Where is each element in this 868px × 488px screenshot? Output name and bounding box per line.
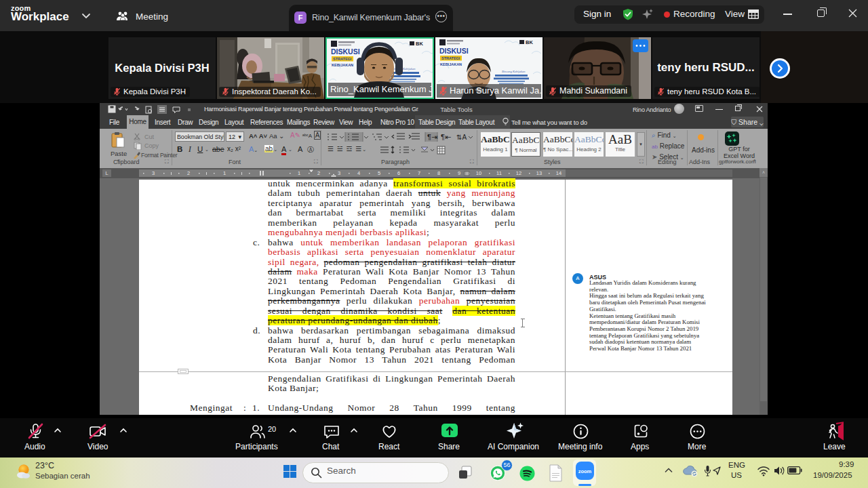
svg-text:STRATEGI: STRATEGI [441, 56, 460, 60]
svg-text:KEBIJAKAN: KEBIJAKAN [440, 62, 462, 66]
svg-text:Bincang Kebijakan: Bincang Kebijakan [502, 70, 526, 73]
svg-text:7: 7 [418, 170, 420, 176]
svg-text:BK: BK [526, 39, 533, 45]
svg-text:8: 8 [437, 170, 440, 176]
svg-text:STRATEGI: STRATEGI [333, 57, 352, 61]
svg-text:1: 1 [223, 170, 226, 176]
svg-text:3: 3 [152, 170, 155, 176]
svg-text:2: 2 [317, 170, 320, 176]
svg-text:13: 13 [536, 170, 542, 176]
svg-text:KEBIJAKAN: KEBIJAKAN [332, 63, 353, 67]
svg-text:4: 4 [357, 170, 360, 176]
svg-text:3: 3 [338, 170, 340, 176]
svg-text:⇅A: ⇅A [456, 134, 467, 141]
svg-text:12: 12 [516, 170, 521, 176]
svg-text:BK: BK [416, 41, 423, 47]
svg-text:5: 5 [378, 170, 380, 176]
svg-text:11: 11 [496, 170, 502, 176]
svg-text:2: 2 [187, 170, 190, 176]
svg-text:14: 14 [556, 170, 561, 176]
svg-text:6: 6 [397, 170, 400, 176]
svg-text:¶⇤: ¶⇤ [441, 133, 451, 141]
svg-text:9: 9 [458, 170, 460, 176]
svg-text:DISKUSI: DISKUSI [439, 47, 469, 55]
svg-text:10: 10 [476, 170, 481, 176]
svg-text:zoom: zoom [578, 468, 592, 474]
svg-text:DISKUSI: DISKUSI [331, 47, 360, 56]
svg-text:¶⇥: ¶⇥ [427, 133, 437, 141]
svg-text:1: 1 [298, 170, 300, 176]
